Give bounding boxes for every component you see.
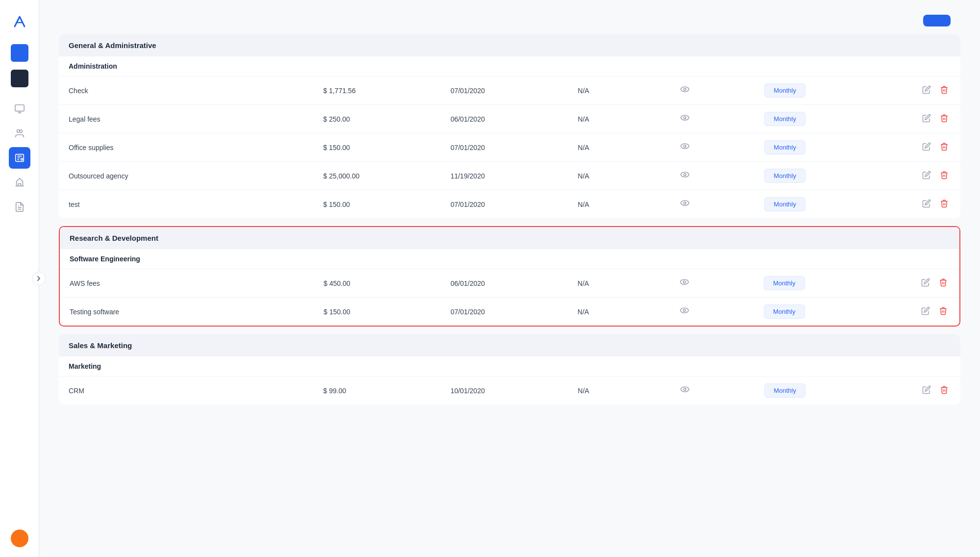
sidebar-item-docs[interactable] xyxy=(9,196,30,218)
recurrence-badge-legal-fees[interactable]: Monthly xyxy=(764,112,892,126)
delete-button-aws-fees[interactable] xyxy=(937,276,950,290)
section-header-research-development: Research & Development xyxy=(60,227,959,249)
expense-name-testing-software: Testing software xyxy=(70,308,324,316)
main-content: General & AdministrativeAdministration C… xyxy=(39,0,980,557)
row-actions-test xyxy=(892,197,951,211)
selected-section xyxy=(0,42,39,62)
expense-end-outsourced-agency: N/A xyxy=(578,172,680,180)
visibility-icon-outsourced-agency[interactable] xyxy=(679,169,764,182)
delete-button-outsourced-agency[interactable] xyxy=(938,169,951,183)
edit-button-outsourced-agency[interactable] xyxy=(920,169,933,183)
delete-button-check[interactable] xyxy=(938,83,951,98)
delete-button-office-supplies[interactable] xyxy=(938,140,951,154)
delete-button-crm[interactable] xyxy=(938,383,951,398)
svg-point-9 xyxy=(684,117,686,119)
svg-point-10 xyxy=(681,144,689,149)
delete-button-test[interactable] xyxy=(938,197,951,211)
section-research-development: Research & DevelopmentSoftware Engineeri… xyxy=(59,226,960,327)
logo-area xyxy=(11,13,28,32)
visibility-icon-office-supplies[interactable] xyxy=(679,141,764,154)
edit-button-crm[interactable] xyxy=(920,383,933,398)
svg-point-14 xyxy=(681,201,689,205)
collapse-sidebar-button[interactable] xyxy=(32,272,46,285)
row-actions-legal-fees xyxy=(892,112,951,126)
edit-button-aws-fees[interactable] xyxy=(919,276,932,290)
visibility-icon-aws-fees[interactable] xyxy=(679,277,764,290)
table-row: Outsourced agency $ 25,000.00 11/19/2020… xyxy=(59,161,960,190)
expense-budget-test: $ 150.00 xyxy=(323,201,451,208)
svg-point-19 xyxy=(683,309,686,312)
expense-name-check: Check xyxy=(69,87,323,95)
expense-name-outsourced-agency: Outsourced agency xyxy=(69,172,323,180)
expense-budget-crm: $ 99.00 xyxy=(323,387,451,395)
expense-end-check: N/A xyxy=(578,87,680,95)
svg-point-12 xyxy=(681,172,689,177)
subsection-header-administration: Administration xyxy=(59,56,960,76)
section-general-admin: General & AdministrativeAdministration C… xyxy=(59,34,960,218)
show-apps-button[interactable] xyxy=(17,5,23,9)
svg-point-20 xyxy=(681,387,689,392)
visibility-icon-test[interactable] xyxy=(679,198,764,211)
svg-point-2 xyxy=(17,130,20,133)
visibility-icon-legal-fees[interactable] xyxy=(679,112,764,126)
visibility-icon-crm[interactable] xyxy=(679,384,764,397)
expense-start-crm: 10/01/2020 xyxy=(451,387,578,395)
svg-point-18 xyxy=(680,308,689,313)
sidebar-item-monitor[interactable] xyxy=(9,98,30,120)
expense-name-crm: CRM xyxy=(69,387,323,395)
sidebar-item-expenses[interactable] xyxy=(9,147,30,169)
expense-start-office-supplies: 07/01/2020 xyxy=(451,144,578,152)
table-header xyxy=(59,15,960,34)
row-actions-outsourced-agency xyxy=(892,169,951,183)
recurrence-badge-crm[interactable]: Monthly xyxy=(764,383,892,398)
svg-point-3 xyxy=(20,130,23,133)
organize-button[interactable] xyxy=(923,15,951,26)
table-row: test $ 150.00 07/01/2020 N/A Monthly xyxy=(59,190,960,218)
row-actions-aws-fees xyxy=(891,276,950,290)
expense-budget-office-supplies: $ 150.00 xyxy=(323,144,451,152)
svg-point-21 xyxy=(684,388,686,391)
expense-start-outsourced-agency: 11/19/2020 xyxy=(451,172,578,180)
expense-end-test: N/A xyxy=(578,201,680,208)
compare-section xyxy=(0,68,39,87)
visibility-icon-testing-software[interactable] xyxy=(679,305,764,318)
recurrence-badge-check[interactable]: Monthly xyxy=(764,83,892,98)
section-header-sales-marketing: Sales & Marketing xyxy=(59,334,960,356)
edit-button-office-supplies[interactable] xyxy=(920,140,933,154)
edit-button-legal-fees[interactable] xyxy=(920,112,933,126)
expense-end-crm: N/A xyxy=(578,387,680,395)
expense-name-office-supplies: Office supplies xyxy=(69,144,323,152)
expense-end-office-supplies: N/A xyxy=(578,144,680,152)
svg-point-15 xyxy=(684,202,686,204)
svg-point-13 xyxy=(684,174,686,176)
edit-button-testing-software[interactable] xyxy=(919,304,932,319)
recurrence-badge-office-supplies[interactable]: Monthly xyxy=(764,140,892,154)
svg-point-6 xyxy=(681,87,689,92)
edit-button-test[interactable] xyxy=(920,197,933,211)
table-row: Office supplies $ 150.00 07/01/2020 N/A … xyxy=(59,133,960,161)
sidebar-nav xyxy=(9,98,30,530)
recurrence-badge-aws-fees[interactable]: Monthly xyxy=(764,276,891,290)
expense-budget-check: $ 1,771.56 xyxy=(323,87,451,95)
table-row: AWS fees $ 450.00 06/01/2020 N/A Monthly xyxy=(60,269,959,297)
expense-start-aws-fees: 06/01/2020 xyxy=(451,279,578,287)
expense-end-legal-fees: N/A xyxy=(578,115,680,123)
edit-button-check[interactable] xyxy=(920,83,933,98)
compare-avatar[interactable] xyxy=(11,70,28,87)
finmark-logo-icon xyxy=(11,13,28,30)
selected-avatar[interactable] xyxy=(11,44,28,62)
expense-budget-outsourced-agency: $ 25,000.00 xyxy=(323,172,451,180)
recurrence-badge-testing-software[interactable]: Monthly xyxy=(764,304,891,319)
table-row: Legal fees $ 250.00 06/01/2020 N/A Month… xyxy=(59,104,960,133)
visibility-icon-check[interactable] xyxy=(679,84,764,97)
recurrence-badge-outsourced-agency[interactable]: Monthly xyxy=(764,169,892,183)
sidebar-item-people[interactable] xyxy=(9,123,30,144)
delete-button-legal-fees[interactable] xyxy=(938,112,951,126)
sections-container: General & AdministrativeAdministration C… xyxy=(59,34,960,405)
user-avatar[interactable] xyxy=(11,530,28,547)
expense-start-check: 07/01/2020 xyxy=(451,87,578,95)
recurrence-badge-test[interactable]: Monthly xyxy=(764,197,892,211)
sidebar-item-chart[interactable] xyxy=(9,172,30,193)
delete-button-testing-software[interactable] xyxy=(937,304,950,319)
subsection-header-software-engineering: Software Engineering xyxy=(60,249,959,269)
